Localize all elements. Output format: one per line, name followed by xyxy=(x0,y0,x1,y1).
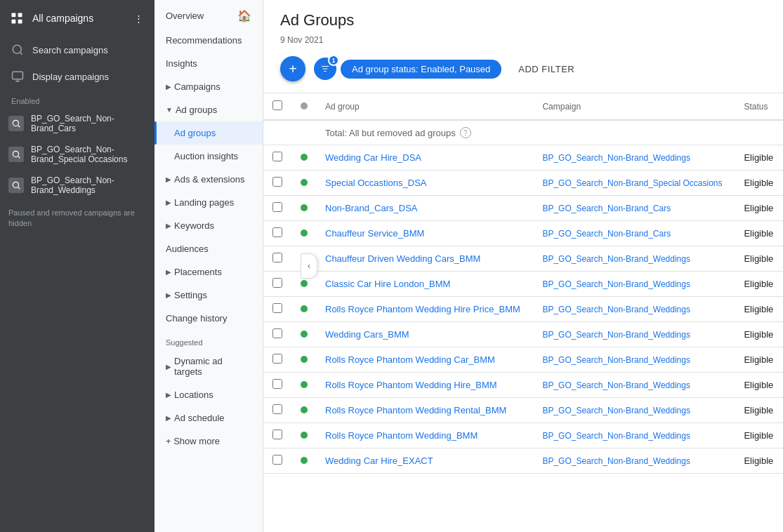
campaign-link[interactable]: BP_GO_Search_Non-Brand_Weddings xyxy=(542,279,690,289)
nav-item-overview[interactable]: Overview 🏠 xyxy=(154,3,263,29)
row-checkbox[interactable] xyxy=(272,227,282,237)
filter-button[interactable]: 1 Ad group status: Enabled, Paused xyxy=(314,58,501,80)
select-all-checkbox[interactable] xyxy=(272,100,282,110)
ad-group-link[interactable]: Wedding Cars_BMM xyxy=(325,329,409,340)
row-checkbox[interactable] xyxy=(272,455,282,465)
row-checkbox-cell[interactable] xyxy=(263,145,291,171)
main-content: Ad Groups 9 Nov 2021 + 1 Ad group status… xyxy=(263,0,783,532)
ad-group-link[interactable]: Rolls Royce Phantom Wedding Car_BMM xyxy=(325,354,495,365)
ads-extensions-chevron-icon: ▶ xyxy=(166,175,171,183)
row-checkbox-cell[interactable] xyxy=(263,171,291,196)
ad-group-link[interactable]: Wedding Car Hire_DSA xyxy=(325,152,421,163)
nav-item-audiences[interactable]: Audiences xyxy=(154,237,263,260)
campaign-item-special[interactable]: BP_GO_Search_Non-Brand_Special Occasions xyxy=(0,139,154,170)
row-checkbox[interactable] xyxy=(272,177,282,187)
status-column-header[interactable]: Status xyxy=(735,93,783,120)
row-campaign-cell: BP_GO_Search_Non-Brand_Weddings xyxy=(534,322,735,347)
row-checkbox[interactable] xyxy=(272,354,282,364)
ad-group-link[interactable]: Wedding Car Hire_EXACT xyxy=(325,455,433,466)
row-ad-group-cell: Wedding Car Hire_DSA xyxy=(317,145,534,171)
row-checkbox-cell[interactable] xyxy=(263,373,291,398)
campaign-link[interactable]: BP_GO_Search_Non-Brand_Weddings xyxy=(542,431,690,441)
ad-group-link[interactable]: Rolls Royce Phantom Wedding Hire_BMM xyxy=(325,380,497,390)
nav-item-ad-schedule[interactable]: ▶ Ad schedule xyxy=(154,406,263,430)
campaign-link[interactable]: BP_GO_Search_Non-Brand_Weddings xyxy=(542,254,690,264)
ad-group-link[interactable]: Chauffeur Service_BMM xyxy=(325,228,424,239)
campaign-link[interactable]: BP_GO_Search_Non-Brand_Weddings xyxy=(542,153,690,163)
nav-item-auction-insights[interactable]: Auction insights xyxy=(154,145,263,168)
row-checkbox[interactable] xyxy=(272,379,282,389)
campaign-link[interactable]: BP_GO_Search_Non-Brand_Weddings xyxy=(542,330,690,340)
total-info-icon[interactable]: ? xyxy=(460,127,471,138)
row-checkbox[interactable] xyxy=(272,404,282,414)
row-checkbox-cell[interactable] xyxy=(263,347,291,373)
more-options-icon[interactable]: ⋮ xyxy=(131,11,146,27)
row-checkbox-cell[interactable] xyxy=(263,297,291,322)
ad-group-link[interactable]: Rolls Royce Phantom Wedding_BMM xyxy=(325,430,478,441)
nav-item-dynamic-ad-targets[interactable]: ▶ Dynamic ad targets xyxy=(154,350,263,383)
row-checkbox-cell[interactable] xyxy=(263,221,291,246)
row-checkbox[interactable] xyxy=(272,278,282,288)
nav-item-landing-pages[interactable]: ▶ Landing pages xyxy=(154,191,263,214)
ad-group-link[interactable]: Chauffeur Driven Wedding Cars_BMM xyxy=(325,253,480,264)
row-status-dot-cell xyxy=(291,297,317,322)
ad-group-link[interactable]: Special Occastions_DSA xyxy=(325,178,427,188)
ad-group-link[interactable]: Rolls Royce Phantom Wedding Hire Price_B… xyxy=(325,304,520,314)
ad-group-link[interactable]: Rolls Royce Phantom Wedding Rental_BMM xyxy=(325,405,506,415)
add-button[interactable]: + xyxy=(280,56,305,81)
campaign-link[interactable]: BP_GO_Search_Non-Brand_Weddings xyxy=(542,456,690,466)
row-checkbox[interactable] xyxy=(272,430,282,439)
campaign-item-cars[interactable]: BP_GO_Search_Non-Brand_Cars xyxy=(0,108,154,139)
table-row: Rolls Royce Phantom Wedding_BMMBP_GO_Sea… xyxy=(263,423,783,448)
row-checkbox-cell[interactable] xyxy=(263,196,291,221)
nav-item-show-more[interactable]: + Show more xyxy=(154,430,263,453)
row-status-dot-cell xyxy=(291,322,317,347)
campaign-link[interactable]: BP_GO_Search_Non-Brand_Weddings xyxy=(542,380,690,390)
show-more-label: + Show more xyxy=(166,436,220,446)
nav-item-ad-groups[interactable]: Ad groups xyxy=(154,121,263,145)
nav-item-ads-extensions[interactable]: ▶ Ads & extensions xyxy=(154,168,263,191)
row-checkbox-cell[interactable] xyxy=(263,272,291,297)
campaign-link[interactable]: BP_GO_Search_Non-Brand_Weddings xyxy=(542,406,690,415)
campaign-column-header[interactable]: Campaign xyxy=(534,93,735,120)
row-checkbox[interactable] xyxy=(272,253,282,262)
sidebar-item-search-campaigns[interactable]: Search campaigns xyxy=(0,36,154,63)
row-checkbox[interactable] xyxy=(272,152,282,161)
overview-label: Overview xyxy=(166,11,204,21)
row-checkbox[interactable] xyxy=(272,202,282,212)
sidebar-collapse-button[interactable]: ‹ xyxy=(301,253,317,279)
row-checkbox-cell[interactable] xyxy=(263,398,291,423)
nav-item-change-history[interactable]: Change history xyxy=(154,307,263,330)
campaign-link[interactable]: BP_GO_Search_Non-Brand_Weddings xyxy=(542,305,690,314)
campaign-item-weddings[interactable]: BP_GO_Search_Non-Brand_Weddings xyxy=(0,170,154,201)
locations-chevron-icon: ▶ xyxy=(166,391,171,399)
campaign-link[interactable]: BP_GO_Search_Non-Brand_Weddings xyxy=(542,355,690,365)
row-checkbox[interactable] xyxy=(272,328,282,338)
nav-item-ad-groups-parent[interactable]: ▼ Ad groups xyxy=(154,98,263,121)
campaign-link[interactable]: BP_GO_Search_Non-Brand_Cars xyxy=(542,229,671,239)
campaign-link[interactable]: BP_GO_Search_Non-Brand_Cars xyxy=(542,204,671,213)
nav-item-settings[interactable]: ▶ Settings xyxy=(154,284,263,307)
nav-item-placements[interactable]: ▶ Placements xyxy=(154,260,263,284)
nav-item-locations[interactable]: ▶ Locations xyxy=(154,383,263,406)
ad-group-link[interactable]: Non-Brand_Cars_DSA xyxy=(325,203,418,213)
campaign-link[interactable]: BP_GO_Search_Non-Brand_Special Occasions xyxy=(542,178,722,188)
row-checkbox-cell[interactable] xyxy=(263,448,291,474)
sidebar-item-display-campaigns[interactable]: Display campaigns xyxy=(0,63,154,90)
ad-group-link[interactable]: Classic Car Hire London_BMM xyxy=(325,279,450,289)
select-all-header[interactable] xyxy=(263,93,291,120)
nav-item-recommendations[interactable]: Recommendations xyxy=(154,29,263,52)
filter-chip[interactable]: Ad group status: Enabled, Paused xyxy=(341,60,501,79)
total-dot-cell xyxy=(291,120,317,145)
row-checkbox-cell[interactable] xyxy=(263,246,291,272)
status-dot-icon xyxy=(301,204,308,211)
add-filter-button[interactable]: ADD FILTER xyxy=(510,60,583,79)
nav-item-keywords[interactable]: ▶ Keywords xyxy=(154,214,263,237)
row-checkbox[interactable] xyxy=(272,303,282,313)
row-checkbox-cell[interactable] xyxy=(263,322,291,347)
table-row: Rolls Royce Phantom Wedding Hire_BMMBP_G… xyxy=(263,373,783,398)
row-checkbox-cell[interactable] xyxy=(263,423,291,448)
ad-group-column-header[interactable]: Ad group xyxy=(317,93,534,120)
nav-item-campaigns[interactable]: ▶ Campaigns xyxy=(154,75,263,98)
nav-item-insights[interactable]: Insights xyxy=(154,52,263,75)
